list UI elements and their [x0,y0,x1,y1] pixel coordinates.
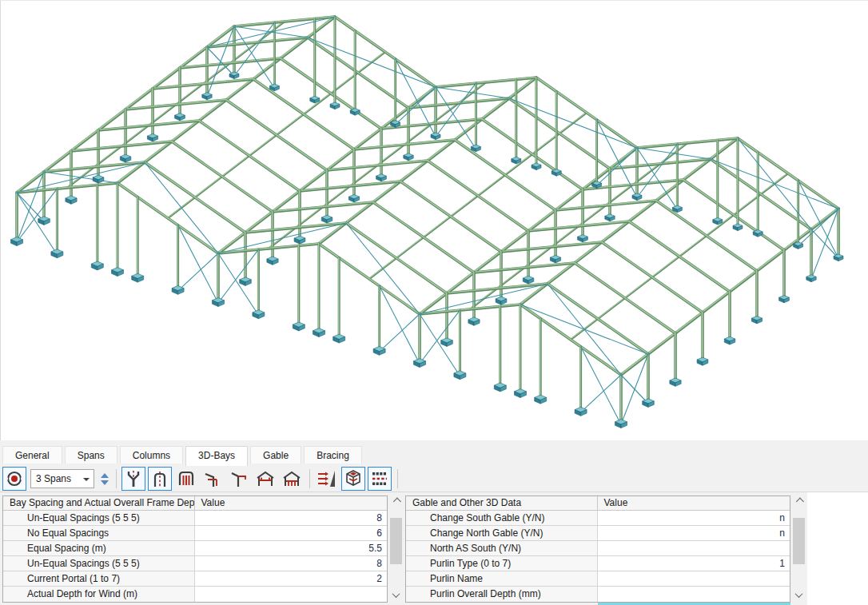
row-label: North AS South (Y/N) [406,541,598,555]
toolbar-separator [397,469,398,488]
scroll-up-icon[interactable] [389,496,403,507]
tab-3d-bays[interactable]: 3D-Bays [185,446,248,466]
table-header-row: Gable and Other 3D DataValue [406,496,790,511]
scroll-up-icon[interactable] [792,496,806,507]
wind-arrows-button[interactable] [315,467,339,491]
portal-frame-app: GeneralSpansColumns3D-BaysGableBracing 3… [0,0,868,605]
cube-3d-icon [343,468,364,489]
row-label: Current Portal (1 to 7) [3,571,195,586]
scrollbar-thumb[interactable] [390,518,402,564]
right-table-scrollbar[interactable] [792,496,806,601]
toolbar: 3 Spans [0,466,868,492]
table-row: Purlin Name [406,571,790,587]
row-value-cell[interactable]: n [598,526,790,540]
row-label: Purlin Type (0 to 7) [406,556,598,571]
target-icon [4,468,25,489]
portal-splice-icon [149,468,170,489]
table-row: Equal Spacing (m)5.5 [3,541,387,556]
property-tables-panel: Bay Spacing and Actual Overall Frame Dep… [0,492,807,605]
row-value-cell[interactable] [598,541,790,555]
spinner-down-icon [101,480,109,485]
column-header: Gable and Other 3D Data [406,496,598,510]
row-value-cell[interactable]: 8 [195,556,387,571]
row-label: No Equal Spacings [3,526,195,540]
table-row: Actual Depth for Wind (m) [3,587,387,602]
tab-bracing[interactable]: Bracing [304,446,362,464]
eaves-knee-icon [202,468,223,489]
row-value-cell[interactable]: 1 [598,556,790,571]
colonnade-icon [176,468,197,489]
wind-arrows-icon [317,468,337,489]
table-row: Change North Gable (Y/N)n [406,526,790,541]
eaves-knee-button[interactable] [201,467,225,491]
table-row: Un-Equal Spacings (5 5 5)8 [3,511,387,526]
cube-3d-button[interactable] [341,467,365,491]
row-label: Un-Equal Spacings (5 5 5) [3,556,195,571]
spans-select[interactable]: 3 Spans [30,469,94,488]
left-table-scrollbar[interactable] [389,496,403,601]
column-header: Value [598,496,790,510]
row-value-cell[interactable]: 5.5 [195,541,387,555]
row-value-cell[interactable]: 2 [195,571,387,586]
row-label: Change South Gable (Y/N) [406,511,598,525]
column-header: Value [195,496,388,510]
chevron-down-icon [83,478,90,481]
gable-mezzanine-icon [281,468,302,489]
table-row: Change South Gable (Y/N)n [406,511,790,526]
spinner-up-icon [101,473,109,478]
tab-strip: GeneralSpansColumns3D-BaysGableBracing [0,440,868,466]
toolbar-separator [116,469,117,488]
table-header-row: Bay Spacing and Actual Overall Frame Dep… [3,496,387,511]
row-label: Un-Equal Spacings (5 5 5) [3,511,195,525]
tab-general[interactable]: General [2,446,62,464]
3d-viewport[interactable] [0,0,868,440]
output-grid-icon [369,468,390,489]
table-row: North AS South (Y/N) [406,541,790,556]
table-row: No Equal Spacings6 [3,526,387,541]
gable-mezzanine-button[interactable] [280,467,304,491]
spans-spinner[interactable] [99,469,110,488]
row-label: Actual Depth for Wind (m) [3,587,195,602]
row-label: Purlin Overall Depth (mm) [406,587,598,602]
row-label: Change North Gable (Y/N) [406,526,598,540]
bay-spacing-table: Bay Spacing and Actual Overall Frame Dep… [2,496,388,603]
row-value-cell[interactable]: 6 [195,526,387,540]
3d-structure-drawing [1,1,868,440]
toolbar-separator [309,469,310,488]
table-row: Un-Equal Spacings (5 5 5)8 [3,556,387,571]
row-label: Purlin Name [406,571,598,586]
gable-crane-button[interactable] [253,467,277,491]
column-header: Bay Spacing and Actual Overall Frame Dep… [3,496,195,510]
tab-gable[interactable]: Gable [250,446,301,464]
row-value-cell[interactable]: n [598,511,790,525]
ridge-joint-button[interactable] [227,467,251,491]
frame-splice-icon [123,468,144,489]
row-value-cell[interactable] [195,587,387,602]
portal-splice-button[interactable] [148,467,172,491]
scroll-down-icon[interactable] [389,589,403,601]
gable-3d-data-table: Gable and Other 3D DataValueChange South… [405,496,790,603]
row-label: Equal Spacing (m) [3,541,195,555]
table-row: Purlin Overall Depth (mm) [406,587,790,602]
scroll-down-icon[interactable] [792,589,806,601]
scrollbar-thumb[interactable] [793,518,805,564]
output-grid-button[interactable] [368,467,392,491]
tab-spans[interactable]: Spans [65,446,117,464]
panel-filler [807,492,868,605]
view-target-button[interactable] [2,467,26,491]
spans-select-value: 3 Spans [31,473,71,484]
gable-crane-icon [255,468,276,489]
frame-splice-button[interactable] [121,467,145,491]
tab-columns[interactable]: Columns [120,446,183,464]
row-value-cell[interactable] [598,587,790,602]
table-row: Purlin Type (0 to 7)1 [406,556,790,571]
row-value-cell[interactable] [598,571,790,586]
colonnade-button[interactable] [174,467,198,491]
row-value-cell[interactable]: 8 [195,511,387,525]
table-row: Current Portal (1 to 7)2 [3,571,387,587]
ridge-joint-icon [229,468,249,489]
